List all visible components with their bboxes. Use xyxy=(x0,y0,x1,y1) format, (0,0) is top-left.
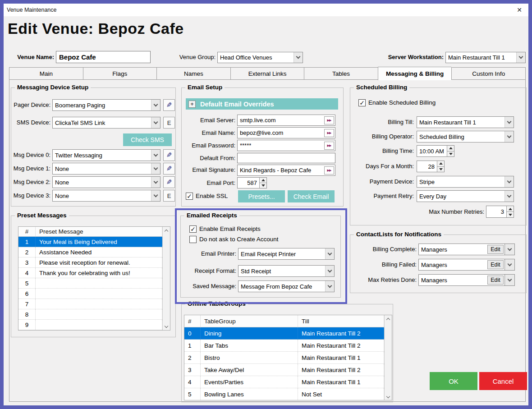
scheduled-billing-title: Scheduled Billing xyxy=(354,84,409,91)
days-for-month-stepper[interactable]: 28 xyxy=(417,161,445,172)
preset-row[interactable]: 6 xyxy=(18,289,162,299)
spin-down-button[interactable] xyxy=(437,166,444,172)
triangle-up-icon xyxy=(439,162,443,165)
enable-email-receipts-checkbox[interactable]: ✓ xyxy=(189,225,197,233)
payment-device-select[interactable]: Stripe xyxy=(417,176,514,188)
spin-up-button[interactable] xyxy=(260,178,266,183)
preset-row[interactable]: 3 Please visit reception for renewal. xyxy=(18,257,162,268)
preset-row[interactable]: 5 xyxy=(18,278,162,289)
spin-up-button[interactable] xyxy=(507,206,514,211)
spin-down-button[interactable] xyxy=(260,183,266,188)
edit-pen-icon: ✎ xyxy=(166,101,172,109)
preset-col-num: # xyxy=(18,227,36,236)
billing-failed-dropdown-button[interactable] xyxy=(505,259,515,271)
spin-up-button[interactable] xyxy=(447,146,454,151)
cancel-button[interactable]: Cancel xyxy=(479,372,527,390)
saved-message-select[interactable]: Message From Bepoz Cafe xyxy=(238,280,335,292)
spin-down-button[interactable] xyxy=(507,211,514,217)
billing-till-select[interactable]: Main Restaurant Till 1 xyxy=(417,116,514,128)
ok-button[interactable]: OK xyxy=(430,372,477,390)
email-server-input[interactable]: smtp.live.com ▶▶ xyxy=(237,115,335,126)
check-email-button[interactable]: Check Email xyxy=(288,190,335,202)
tab-main[interactable]: Main xyxy=(9,67,83,80)
check-sms-button[interactable]: Check SMS xyxy=(123,133,172,146)
email-password-input[interactable]: ***** ▶▶ xyxy=(237,140,335,151)
tablegroup-row[interactable]: 0 Dining Main Restaurant Till 2 xyxy=(184,327,384,340)
checkmark-icon: ✓ xyxy=(187,193,192,199)
email-signature-go-button[interactable]: ▶▶ xyxy=(324,166,334,175)
preset-row[interactable]: 7 xyxy=(18,299,162,309)
pager-device-edit-button[interactable]: ✎ xyxy=(163,99,175,111)
tab-messaging-billing[interactable]: Messaging & Billing xyxy=(378,67,452,80)
email-server-go-button[interactable]: ▶▶ xyxy=(324,116,334,124)
spin-up-button[interactable] xyxy=(437,161,444,166)
sms-device-select[interactable]: ClickaTel SMS Link xyxy=(52,117,161,129)
msg-device-3-select[interactable]: None xyxy=(52,190,161,202)
tablegroup-row[interactable]: 3 Take Away/Del Main Restaurant Till 2 xyxy=(184,364,384,376)
preset-row[interactable]: 9 xyxy=(18,320,162,330)
billing-operator-select[interactable]: Scheduled Billing xyxy=(417,131,514,142)
enable-ssl-checkbox[interactable]: ✓ xyxy=(186,193,193,200)
tab-external-links[interactable]: External Links xyxy=(230,67,304,80)
scroll-up-button[interactable] xyxy=(163,227,170,234)
presets-button[interactable]: Presets... xyxy=(238,190,285,202)
email-port-stepper[interactable]: 587 xyxy=(237,177,267,188)
msg-device-0-select[interactable]: Twitter Messaging xyxy=(52,149,161,161)
tab-flags[interactable]: Flags xyxy=(83,67,157,80)
email-name-input[interactable]: bepoz@live.com ▶▶ xyxy=(237,127,335,138)
venue-name-input[interactable]: Bepoz Cafe xyxy=(56,51,151,63)
email-password-go-button[interactable]: ▶▶ xyxy=(324,142,334,150)
billing-complete-dropdown-button[interactable] xyxy=(505,244,515,255)
msg-device-3-e-button[interactable]: E xyxy=(163,190,175,202)
msg-device-3-label: Msg Device 3: xyxy=(7,190,50,202)
preset-messages-scrollbar[interactable] xyxy=(162,227,170,330)
tablegroup-row[interactable]: 1 Bar Tabs Main Restaurant Till 2 xyxy=(184,340,384,352)
tablegroup-row[interactable]: 5 Bowling Lanes Not Set xyxy=(184,388,384,400)
max-number-retries-stepper[interactable]: 3 xyxy=(486,206,514,218)
billing-failed-field[interactable]: Managers Edit xyxy=(418,259,515,271)
scroll-up-button[interactable] xyxy=(385,315,392,322)
preset-row[interactable]: 1 Your Meal is Being Delivered xyxy=(18,237,162,247)
tablegroup-row[interactable]: 2 Bistro Main Restaurant Till 1 xyxy=(184,352,384,364)
venue-group-label: Venue Group: xyxy=(167,51,216,63)
spin-down-button[interactable] xyxy=(447,151,454,157)
max-retries-done-field[interactable]: Managers Edit xyxy=(418,274,515,286)
email-signature-label: Email Signature: xyxy=(172,164,235,176)
tablegroups-scrollbar[interactable] xyxy=(384,315,392,400)
tab-tables[interactable]: Tables xyxy=(304,67,378,80)
billing-time-stepper[interactable]: 10:00 AM xyxy=(417,145,454,157)
email-signature-input[interactable]: Kind Regards - Bepoz Cafe ▶▶ xyxy=(237,165,335,176)
scroll-down-button[interactable] xyxy=(385,393,392,400)
chevron-down-icon xyxy=(154,193,158,197)
no-create-account-checkbox[interactable] xyxy=(189,236,197,243)
preset-row[interactable]: 2 Assistance Needed xyxy=(18,247,162,257)
billing-complete-field[interactable]: Managers Edit xyxy=(418,244,515,255)
billing-complete-edit-button[interactable]: Edit xyxy=(487,245,504,254)
tablegroup-row[interactable]: 4 Events/Parties Main Restaurant Till 1 xyxy=(184,376,384,388)
preset-row[interactable]: 8 xyxy=(18,309,162,320)
default-email-overrides-banner[interactable]: + Default Email Overrides xyxy=(186,98,338,110)
tab-custom-info[interactable]: Custom Info xyxy=(451,67,526,80)
max-retries-done-dropdown-button[interactable] xyxy=(505,274,515,286)
payment-retry-select[interactable]: Every Day xyxy=(417,190,514,202)
receipt-format-select[interactable]: Std Receipt xyxy=(238,265,335,277)
expand-plus-icon[interactable]: + xyxy=(188,101,196,108)
max-retries-done-edit-button[interactable]: Edit xyxy=(487,276,504,285)
default-from-input[interactable] xyxy=(237,153,335,163)
msg-device-2-select[interactable]: None xyxy=(52,176,161,188)
scroll-down-button[interactable] xyxy=(163,323,170,330)
email-printer-select[interactable]: Email Receipt Printer xyxy=(238,248,335,260)
preset-row[interactable]: 4 Thank you for celebrating with us! xyxy=(18,268,162,278)
preset-messages-title: Preset Messages xyxy=(15,212,69,219)
venue-name-label: Venue Name: xyxy=(5,51,54,63)
close-button[interactable]: ✕ xyxy=(512,4,527,16)
server-workstation-select[interactable]: Main Restaurant Till 1 xyxy=(445,52,526,63)
tab-names[interactable]: Names xyxy=(156,67,230,80)
email-name-go-button[interactable]: ▶▶ xyxy=(324,129,334,137)
enable-scheduled-billing-checkbox[interactable]: ✓ xyxy=(358,99,366,106)
msg-device-1-select[interactable]: None xyxy=(52,163,161,175)
receipt-format-label: Receipt Format: xyxy=(182,265,236,277)
billing-failed-edit-button[interactable]: Edit xyxy=(487,260,504,269)
pager-device-select[interactable]: Boomerang Paging xyxy=(52,99,161,111)
venue-group-select[interactable]: Head Office Venues xyxy=(217,52,303,63)
